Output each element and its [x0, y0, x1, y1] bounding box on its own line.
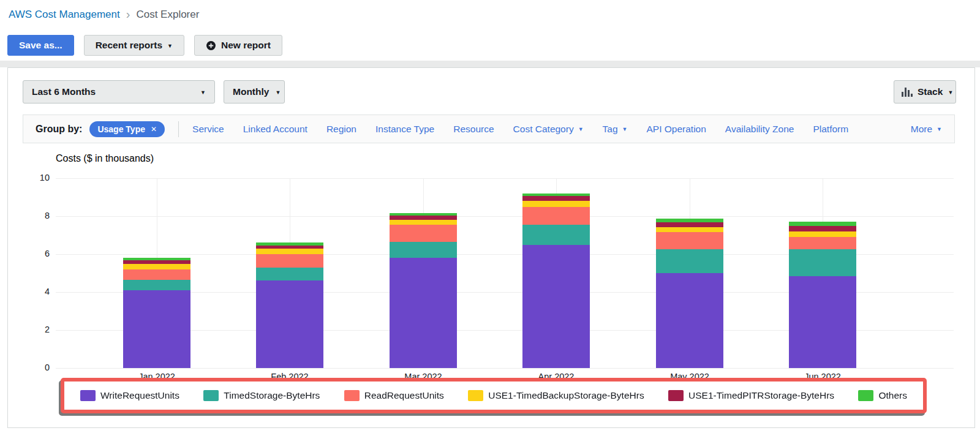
chevron-down-icon: ▼: [275, 90, 281, 96]
bar-chart-icon: [902, 88, 913, 97]
save-as-button[interactable]: Save as...: [7, 35, 74, 56]
vertical-divider: [178, 121, 179, 137]
bar-segment-writerequestunits[interactable]: [390, 258, 457, 368]
bar-segment-timedstorage-bytehrs[interactable]: [789, 249, 856, 276]
group-by-label: Group by:: [36, 124, 82, 135]
group-by-option-availability-zone[interactable]: Availability Zone: [725, 124, 794, 135]
legend-label: ReadRequestUnits: [364, 390, 444, 401]
bar-segment-others[interactable]: [256, 242, 323, 246]
new-report-label: New report: [221, 40, 271, 51]
group-by-option-linked-account[interactable]: Linked Account: [243, 124, 307, 135]
granularity-select[interactable]: Monthly ▼: [224, 80, 285, 103]
group-by-option-api-operation[interactable]: API Operation: [647, 124, 706, 135]
bar-segment-use1-timedpitrstorage-bytehrs[interactable]: [656, 222, 723, 227]
bar-segment-writerequestunits[interactable]: [789, 276, 856, 368]
group-by-more-menu[interactable]: More▼: [911, 124, 942, 135]
legend-item-writerequestunits[interactable]: WriteRequestUnits: [80, 390, 179, 401]
new-report-button[interactable]: New report: [194, 35, 282, 56]
group-by-option-instance-type[interactable]: Instance Type: [375, 124, 434, 135]
bar-segment-readrequestunits[interactable]: [256, 254, 323, 268]
bar-segment-use1-timedbackupstorage-bytehrs[interactable]: [256, 249, 323, 254]
breadcrumb-parent-link[interactable]: AWS Cost Management: [9, 9, 120, 21]
chart-style-value: Stack: [918, 86, 943, 97]
legend-swatch: [344, 390, 360, 401]
breadcrumb-current: Cost Explorer: [136, 9, 199, 21]
legend-item-others[interactable]: Others: [858, 390, 907, 401]
chevron-down-icon: ▼: [948, 90, 953, 96]
legend-label: USE1-TimedPITRStorage-ByteHrs: [688, 390, 834, 401]
chevron-down-icon: ▼: [200, 90, 206, 96]
bar-segment-others[interactable]: [522, 194, 590, 197]
group-by-option-service[interactable]: Service: [192, 124, 224, 135]
bar-segment-readrequestunits[interactable]: [656, 232, 723, 249]
bar-segment-use1-timedbackupstorage-bytehrs[interactable]: [522, 201, 590, 206]
bar-segment-readrequestunits[interactable]: [789, 237, 856, 249]
bar-segment-others[interactable]: [123, 258, 190, 260]
bar-segment-use1-timedbackupstorage-bytehrs[interactable]: [390, 220, 457, 225]
y-tick-label: 2: [19, 325, 50, 334]
bar-segment-others[interactable]: [390, 213, 457, 216]
gridline: [56, 178, 954, 179]
y-tick-label: 0: [19, 363, 50, 372]
bar-segment-readrequestunits[interactable]: [123, 269, 190, 280]
bar-segment-timedstorage-bytehrs[interactable]: [656, 249, 723, 273]
legend-swatch: [203, 390, 219, 401]
group-by-option-cost-category[interactable]: Cost Category▼: [513, 124, 584, 135]
bar-segment-use1-timedbackupstorage-bytehrs[interactable]: [123, 264, 190, 269]
legend-item-timedstorage-bytehrs[interactable]: TimedStorage-ByteHrs: [203, 390, 320, 401]
usage-type-chip-label: Usage Type: [97, 124, 145, 134]
legend-label: Others: [878, 390, 907, 401]
bar-segment-use1-timedbackupstorage-bytehrs[interactable]: [789, 231, 856, 237]
group-by-option-resource[interactable]: Resource: [453, 124, 494, 135]
group-by-options: ServiceLinked AccountRegionInstance Type…: [192, 124, 942, 135]
chart-title: Costs ($ in thousands): [56, 153, 154, 164]
chart-style-select[interactable]: Stack ▼: [894, 80, 956, 103]
group-by-option-region[interactable]: Region: [326, 124, 356, 135]
chevron-down-icon: ▼: [167, 43, 173, 49]
legend-swatch: [858, 390, 873, 401]
legend-swatch: [468, 390, 483, 401]
bar-segment-writerequestunits[interactable]: [123, 290, 190, 368]
legend-label: USE1-TimedBackupStorage-ByteHrs: [488, 390, 644, 401]
bar-segment-readrequestunits[interactable]: [522, 207, 590, 225]
bar-segment-writerequestunits[interactable]: [256, 280, 323, 368]
bar-segment-others[interactable]: [789, 222, 856, 225]
bar-segment-writerequestunits[interactable]: [656, 273, 723, 368]
group-by-option-platform[interactable]: Platform: [813, 124, 848, 135]
remove-filter-icon[interactable]: ✕: [151, 125, 157, 133]
bar-segment-use1-timedpitrstorage-bytehrs[interactable]: [256, 246, 323, 249]
cost-explorer-card: Last 6 Months ▼ Monthly ▼ Stack ▼ Group …: [7, 67, 975, 428]
bar-segment-use1-timedbackupstorage-bytehrs[interactable]: [656, 227, 723, 232]
bar-segment-others[interactable]: [656, 219, 723, 222]
bar-segment-timedstorage-bytehrs[interactable]: [390, 242, 457, 258]
bar-segment-timedstorage-bytehrs[interactable]: [256, 268, 323, 281]
legend-swatch: [80, 390, 96, 401]
bar-segment-use1-timedpitrstorage-bytehrs[interactable]: [789, 226, 856, 231]
bar-segment-writerequestunits[interactable]: [522, 245, 590, 369]
toolbar: Save as... Recent reports ▼ New report: [7, 35, 282, 56]
breadcrumb: AWS Cost Management › Cost Explorer: [9, 9, 199, 21]
granularity-value: Monthly: [233, 86, 269, 97]
bar-segment-timedstorage-bytehrs[interactable]: [123, 280, 190, 290]
date-range-value: Last 6 Months: [32, 86, 96, 97]
y-tick-label: 10: [19, 173, 50, 182]
legend-highlight-annotation: WriteRequestUnitsTimedStorage-ByteHrsRea…: [61, 378, 927, 413]
bar-segment-use1-timedpitrstorage-bytehrs[interactable]: [123, 260, 190, 264]
chevron-down-icon: ▼: [578, 127, 584, 132]
legend-item-readrequestunits[interactable]: ReadRequestUnits: [344, 390, 444, 401]
date-range-select[interactable]: Last 6 Months ▼: [23, 80, 215, 103]
bar-segment-readrequestunits[interactable]: [390, 225, 457, 242]
bar-segment-use1-timedpitrstorage-bytehrs[interactable]: [390, 216, 457, 219]
recent-reports-label: Recent reports: [96, 40, 162, 51]
bar-segment-use1-timedpitrstorage-bytehrs[interactable]: [522, 196, 590, 201]
usage-type-chip[interactable]: Usage Type ✕: [89, 121, 165, 137]
plus-circle-icon: [206, 40, 216, 51]
bar-segment-timedstorage-bytehrs[interactable]: [522, 225, 590, 245]
y-tick-label: 4: [19, 287, 50, 296]
legend-item-use1-timedbackupstorage-bytehrs[interactable]: USE1-TimedBackupStorage-ByteHrs: [468, 390, 644, 401]
header-divider: [0, 61, 980, 67]
recent-reports-button[interactable]: Recent reports ▼: [84, 35, 184, 56]
group-by-option-tag[interactable]: Tag▼: [603, 124, 628, 135]
chart-plot: [56, 178, 954, 368]
legend-item-use1-timedpitrstorage-bytehrs[interactable]: USE1-TimedPITRStorage-ByteHrs: [668, 390, 834, 401]
